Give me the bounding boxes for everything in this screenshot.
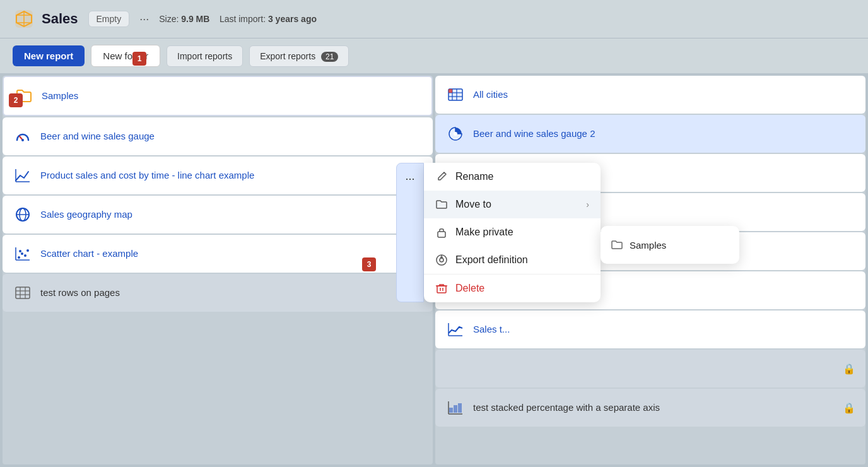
svg-point-10 xyxy=(26,249,29,252)
lock-icon-3: 🔒 xyxy=(843,402,855,414)
header-more-button[interactable]: ··· xyxy=(139,13,149,26)
table-grid-icon xyxy=(445,85,466,105)
make-private-label: Make private xyxy=(455,227,513,238)
move-to-submenu: Samples xyxy=(601,226,739,264)
svg-rect-46 xyxy=(437,286,446,293)
beer-gauge-label: Beer and wine sales gauge xyxy=(40,130,155,143)
app-title: Sales xyxy=(42,11,78,27)
export-count-badge: 21 xyxy=(321,52,338,62)
scatter-label: Scatter chart - example xyxy=(40,247,138,260)
bar-stacked-icon xyxy=(445,398,466,418)
delete-label: Delete xyxy=(455,283,484,294)
sales-line-icon xyxy=(445,319,466,340)
private-lock-icon xyxy=(445,358,466,379)
line-chart-icon xyxy=(13,165,33,186)
all-cities-label: All cities xyxy=(473,88,508,101)
list-item-sales-geo[interactable]: Sales geography map xyxy=(3,196,433,234)
svg-point-1 xyxy=(21,139,24,141)
import-reports-button[interactable]: Import reports xyxy=(167,45,243,67)
export-def-icon xyxy=(435,254,448,266)
svg-rect-38 xyxy=(454,405,457,413)
new-report-button[interactable]: New report xyxy=(13,45,85,66)
gauge-icon xyxy=(13,126,33,146)
list-item-beer-gauge-2[interactable]: Beer and wine sales gauge 2 xyxy=(435,115,865,153)
rename-label: Rename xyxy=(455,171,493,182)
svg-point-11 xyxy=(19,250,21,252)
list-item-samples-folder[interactable]: Samples xyxy=(3,76,433,116)
empty-badge[interactable]: Empty xyxy=(88,11,130,27)
export-reports-button[interactable]: Export reports 21 xyxy=(249,45,349,67)
lock-menu-icon xyxy=(435,226,448,239)
list-item-sales-t[interactable]: Sales t... xyxy=(435,310,865,348)
table-icon xyxy=(13,283,33,303)
folder-move-icon xyxy=(435,198,448,211)
svg-point-25 xyxy=(454,132,457,136)
context-menu-wrapper: ··· Rename Move to › xyxy=(396,163,601,302)
rename-menu-item[interactable]: Rename xyxy=(424,163,601,191)
list-item-beer-gauge[interactable]: Beer and wine sales gauge xyxy=(3,117,433,155)
svg-point-7 xyxy=(18,256,20,259)
rename-icon xyxy=(435,170,448,183)
move-to-label: Move to xyxy=(455,199,491,210)
delete-menu-item[interactable]: Delete xyxy=(424,275,601,302)
list-item-product-line[interactable]: Product sales and cost by time - line ch… xyxy=(3,157,433,194)
globe-icon xyxy=(13,204,33,225)
more-options-button[interactable]: ··· xyxy=(396,163,424,302)
header-size-info: Size: 9.9 MB Last import: 3 years ago xyxy=(159,14,317,24)
new-folder-button[interactable]: New folder xyxy=(91,45,160,67)
step-badge-3: 3 xyxy=(362,257,376,271)
list-item-all-cities[interactable]: All cities xyxy=(435,76,865,114)
submenu-arrow-icon: › xyxy=(586,199,589,210)
list-item-test-rows[interactable]: test rows on pages 🔒 xyxy=(3,274,433,312)
svg-point-44 xyxy=(440,258,443,262)
stacked-label: test stacked percentage with a separate … xyxy=(473,401,660,414)
context-menu: Rename Move to › Samples xyxy=(424,163,601,302)
export-def-menu-item[interactable]: Export definition xyxy=(424,246,601,274)
sales-geo-label: Sales geography map xyxy=(40,208,132,221)
svg-rect-37 xyxy=(449,408,453,413)
dots-icon: ··· xyxy=(405,172,414,186)
step-badge-2: 2 xyxy=(9,93,23,107)
svg-rect-24 xyxy=(449,89,452,93)
make-private-menu-item[interactable]: Make private xyxy=(424,218,601,246)
svg-rect-39 xyxy=(458,403,462,413)
logo-area: Sales xyxy=(13,8,78,30)
svg-rect-14 xyxy=(16,287,30,299)
svg-point-8 xyxy=(21,252,23,255)
list-item-stacked[interactable]: test stacked percentage with a separate … xyxy=(435,389,865,427)
submenu-folder-icon xyxy=(611,239,623,251)
beer-gauge-2-label: Beer and wine sales gauge 2 xyxy=(473,127,595,140)
submenu-samples-item[interactable]: Samples xyxy=(601,231,739,259)
move-to-menu-item[interactable]: Move to › Samples xyxy=(424,191,601,218)
submenu-samples-label: Samples xyxy=(630,240,666,251)
sales-t-label: Sales t... xyxy=(473,323,510,336)
delete-icon xyxy=(435,282,448,295)
pie-icon xyxy=(445,124,466,144)
list-item-locked-private[interactable]: 🔒 xyxy=(435,350,865,387)
lock-icon-2: 🔒 xyxy=(843,363,855,375)
app-header: Sales Empty ··· Size: 9.9 MB Last import… xyxy=(0,0,868,38)
step-badge-1: 1 xyxy=(132,52,146,66)
toolbar: New report New folder Import reports Exp… xyxy=(0,38,868,73)
scatter-icon xyxy=(13,244,33,264)
logo-icon xyxy=(13,8,35,30)
export-def-label: Export definition xyxy=(455,254,528,266)
test-rows-label: test rows on pages xyxy=(40,287,120,299)
svg-rect-42 xyxy=(438,232,445,237)
svg-point-9 xyxy=(24,254,26,257)
product-line-label: Product sales and cost by time - line ch… xyxy=(40,169,254,182)
folder-label: Samples xyxy=(42,90,78,102)
